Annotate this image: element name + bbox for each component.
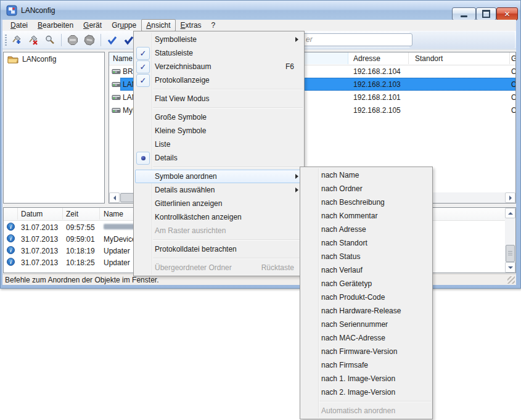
resize-grip[interactable] xyxy=(507,276,515,284)
search-placeholder: er xyxy=(306,35,313,44)
submenu-item-nach-status[interactable]: nach Status xyxy=(300,250,432,263)
submenu-item-nach-hardware-release[interactable]: nach Hardware-Release xyxy=(300,304,432,318)
header-separator[interactable] xyxy=(408,52,409,64)
menu-item-kleine-symbole[interactable]: Kleine Symbole xyxy=(134,124,304,138)
menu-item-symbolleiste[interactable]: Symbolleiste xyxy=(134,33,304,46)
thumb-grip xyxy=(508,251,512,255)
column-header-adresse[interactable]: Adresse xyxy=(353,54,380,63)
menu-item-statusleiste[interactable]: ✓Statusleiste xyxy=(134,46,304,60)
radio-dot-icon xyxy=(141,156,146,160)
checkbox: ✓ xyxy=(136,47,150,60)
tree-item-lanconfig[interactable]: LANconfig xyxy=(7,55,56,64)
device-status-clipped: O xyxy=(511,67,516,76)
submenu-item-nach-kommentar[interactable]: nach Kommentar xyxy=(300,209,432,223)
info-icon: i xyxy=(7,234,15,244)
header-separator[interactable] xyxy=(509,52,510,64)
menu-separator xyxy=(319,401,431,402)
checkmark-icon: ✓ xyxy=(140,63,147,71)
vertical-scrollbar[interactable] xyxy=(505,208,515,273)
info-icon: i xyxy=(7,258,15,268)
toolbar-grip[interactable] xyxy=(5,35,7,46)
shortcut-label: F6 xyxy=(285,60,294,73)
arrow-right-icon xyxy=(509,196,512,200)
menu-geraet[interactable]: Gerät xyxy=(78,19,107,31)
menu-item-protokollanzeige[interactable]: ✓Protokollanzeige xyxy=(134,73,304,87)
menu-help[interactable]: ? xyxy=(207,19,221,31)
scroll-left-button[interactable] xyxy=(109,192,120,203)
submenu-item-nach-mac-adresse[interactable]: nach MAC-Adresse xyxy=(300,331,432,345)
header-separator[interactable] xyxy=(62,208,63,220)
stop-all-icon[interactable] xyxy=(82,33,97,47)
menu-item-details[interactable]: Details xyxy=(134,151,304,165)
device-status-clipped: O xyxy=(511,80,516,89)
device-icon xyxy=(112,107,121,116)
device-icon xyxy=(112,68,121,77)
menu-item-details-auswaehlen[interactable]: Details auswählen xyxy=(134,183,304,197)
submenu-arrow-icon xyxy=(295,174,298,179)
menu-item-verzeichnisbaum[interactable]: ✓VerzeichnisbaumF6 xyxy=(134,60,304,73)
device-add-icon[interactable] xyxy=(9,33,24,47)
menu-bearbeiten[interactable]: Bearbeiten xyxy=(33,19,78,31)
submenu-item-nach-beschreibung[interactable]: nach Beschreibung xyxy=(300,196,432,209)
submenu-item-nach-adresse[interactable]: nach Adresse xyxy=(300,223,432,236)
minimize-button[interactable] xyxy=(452,7,476,20)
menu-item-am-raster-ausrichten: Am Raster ausrichten xyxy=(134,224,304,237)
log-zeit: 10:18:25 xyxy=(66,258,95,267)
submenu-item-nach-firmsafe[interactable]: nach Firmsafe xyxy=(300,358,432,372)
submenu-item-nach-geraetetyp[interactable]: nach Gerätetyp xyxy=(300,277,432,290)
menu-item-liste[interactable]: Liste xyxy=(134,138,304,151)
info-icon: i xyxy=(7,246,15,256)
check-device-icon[interactable] xyxy=(105,33,120,47)
scroll-right-button[interactable] xyxy=(505,192,515,203)
menu-item-gitterlinien-anzeigen[interactable]: Gitterlinien anzeigen xyxy=(134,197,304,210)
shortcut-label: Rücktaste xyxy=(261,261,294,274)
header-separator[interactable] xyxy=(99,208,100,220)
menu-datei[interactable]: Datei xyxy=(6,19,33,31)
submenu-item-nach-1-image-version[interactable]: nach 1. Image-Version xyxy=(300,372,432,385)
titlebar[interactable]: LANconfig ✕ xyxy=(1,1,520,20)
vertical-scroll-thumb[interactable] xyxy=(506,245,515,262)
submenu-item-nach-name[interactable]: nach Name xyxy=(300,168,432,182)
device-address: 192.168.2.101 xyxy=(353,93,401,102)
menu-item-flat-view-modus[interactable]: Flat View Modus xyxy=(134,92,304,105)
device-status-clipped: O xyxy=(511,93,516,102)
column-header-name[interactable]: Name xyxy=(104,210,123,218)
menu-item-protokolldatei-betrachten[interactable]: Protokolldatei betrachten xyxy=(134,242,304,256)
device-status-clipped: O xyxy=(511,106,516,115)
submenu-item-nach-2-image-version[interactable]: nach 2. Image-Version xyxy=(300,385,432,399)
log-name-redacted xyxy=(104,224,137,229)
submenu-item-nach-firmware-version[interactable]: nach Firmware-Version xyxy=(300,345,432,358)
device-find-icon[interactable] xyxy=(43,33,57,47)
menu-item-kontrollkaestchen-anzeigen[interactable]: Kontrollkästchen anzeigen xyxy=(134,210,304,224)
scroll-down-button[interactable] xyxy=(505,262,515,273)
menu-ansicht[interactable]: Ansicht xyxy=(141,19,175,31)
submenu-item-nach-verlauf[interactable]: nach Verlauf xyxy=(300,263,432,277)
menu-separator xyxy=(153,107,303,109)
column-header-clipped[interactable]: G xyxy=(511,54,516,63)
log-datum: 31.07.2013 xyxy=(21,247,58,255)
header-separator[interactable] xyxy=(17,208,18,220)
submenu-item-nach-produkt-code[interactable]: nach Produkt-Code xyxy=(300,290,432,304)
close-button[interactable]: ✕ xyxy=(496,7,518,20)
column-header-zeit[interactable]: Zeit xyxy=(66,210,78,218)
column-header-datum[interactable]: Datum xyxy=(21,210,43,218)
folder-tree-panel: LANconfig xyxy=(3,52,105,204)
radio-box xyxy=(136,152,150,165)
checkmark-icon: ✓ xyxy=(140,76,147,84)
menu-gruppe[interactable]: Gruppe xyxy=(107,19,141,31)
menu-extras[interactable]: Extras xyxy=(176,19,207,31)
submenu-item-nach-standort[interactable]: nach Standort xyxy=(300,236,432,250)
screenshot-canvas: LANconfig ✕ Datei Bearbeiten Gerät Grupp… xyxy=(0,0,521,420)
scroll-up-button[interactable] xyxy=(505,208,515,218)
submenu-item-nach-seriennummer[interactable]: nach Seriennummer xyxy=(300,318,432,331)
log-zeit: 10:18:19 xyxy=(66,247,95,255)
toolbar-separator xyxy=(61,34,62,46)
device-delete-icon[interactable] xyxy=(26,33,41,47)
column-header-standort[interactable]: Standort xyxy=(415,54,443,63)
maximize-icon xyxy=(482,10,490,18)
stop-action-icon[interactable] xyxy=(65,33,80,47)
maximize-button[interactable] xyxy=(476,7,496,20)
menu-item-grosse-symbole[interactable]: Große Symbole xyxy=(134,110,304,124)
menu-item-symbole-anordnen[interactable]: Symbole anordnen xyxy=(135,170,303,183)
submenu-item-nach-ordner[interactable]: nach Ordner xyxy=(300,182,432,196)
